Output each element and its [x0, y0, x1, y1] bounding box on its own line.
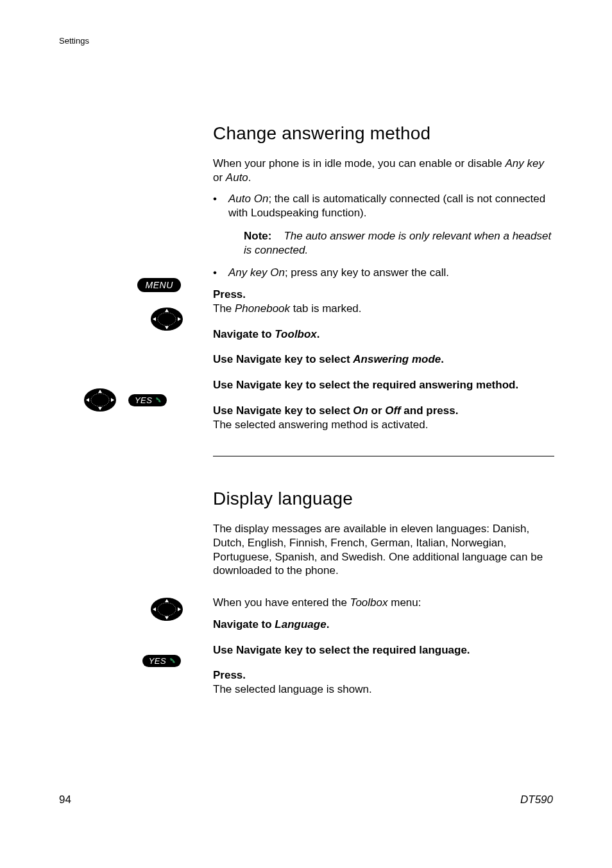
page-header-section: Settings — [59, 36, 89, 46]
step-title: Use Navigate key to select Answering mod… — [213, 352, 554, 367]
step-desc: The selected answering method is activat… — [213, 418, 554, 432]
model-label: DT590 — [520, 794, 553, 806]
step-title: Press. — [213, 288, 554, 302]
bullet-dot-icon: • — [213, 192, 228, 220]
text: or — [213, 171, 226, 184]
text: or — [368, 404, 385, 417]
text: and press. — [401, 404, 459, 417]
text: menu: — [388, 596, 421, 609]
note-block: Note: The auto answer mode is only relev… — [244, 229, 554, 257]
step-desc: The selected language is shown. — [213, 682, 554, 697]
text: When you have entered the — [213, 596, 350, 609]
text-em: Phonebook — [235, 302, 290, 315]
text: Use Navigate key to select — [213, 404, 353, 417]
text: . — [327, 618, 330, 630]
step-press-language: Press. The selected language is shown. — [213, 668, 554, 697]
text: Navigate to — [213, 328, 275, 340]
step-title: Use Navigate key to select On or Off and… — [213, 404, 554, 418]
page-number: 94 — [59, 794, 71, 806]
intro-paragraph: When your phone is in idle mode, you can… — [213, 157, 554, 185]
bullet-text: Any key On; press any key to answer the … — [228, 266, 554, 280]
step-select-answering-mode: Use Navigate key to select Answering mod… — [213, 352, 554, 367]
step-title: Use Navigate key to select the required … — [213, 643, 554, 657]
text-em: Auto On — [228, 193, 268, 205]
note-label: Note: — [244, 230, 271, 242]
text-em: Any key On — [228, 266, 285, 279]
step-select-required-language: Use Navigate key to select the required … — [213, 643, 554, 657]
note-text: The auto answer mode is only relevant wh… — [244, 230, 551, 256]
page-footer: 94 DT590 — [59, 794, 553, 806]
bullet-dot-icon: • — [213, 266, 228, 280]
text: . — [248, 171, 251, 184]
section-divider — [213, 456, 554, 456]
text-em: Answering mode — [353, 353, 441, 365]
heading-display-language: Display language — [213, 487, 554, 510]
heading-change-answering: Change answering method — [213, 122, 554, 145]
text-em: On — [353, 404, 368, 417]
bullet-text: Auto On; the call is automatically conne… — [228, 192, 554, 220]
page: Settings MENU — [0, 0, 612, 868]
text: ; press any key to answer the call. — [285, 266, 449, 279]
bullet-auto-on: • Auto On; the call is automatically con… — [213, 192, 554, 220]
text-em: Language — [275, 618, 326, 630]
text: Navigate to — [213, 618, 275, 630]
step-title: Navigate to Language. — [213, 618, 554, 632]
text: . — [441, 353, 444, 365]
intro-paragraph: The display messages are available in el… — [213, 522, 554, 578]
text: tab is marked. — [290, 302, 362, 315]
text: Use Navigate key to select — [213, 353, 353, 365]
step-navigate-language: Navigate to Language. — [213, 618, 554, 632]
step-navigate-toolbox: Navigate to Toolbox. — [213, 327, 554, 342]
step-select-required-method: Use Navigate key to select the required … — [213, 378, 554, 392]
text: When your phone is in idle mode, you can… — [213, 157, 506, 169]
step-desc: The Phonebook tab is marked. — [213, 302, 554, 316]
content-area: Change answering method When your phone … — [59, 122, 553, 708]
step-select-on-off: Use Navigate key to select On or Off and… — [213, 404, 554, 432]
step-title: Navigate to Toolbox. — [213, 327, 554, 342]
text-em: Any key — [506, 157, 544, 169]
step-press: Press. The Phonebook tab is marked. — [213, 288, 554, 316]
step-title: Press. — [213, 668, 554, 682]
step-title: Use Navigate key to select the required … — [213, 378, 554, 392]
text-em: Auto — [226, 171, 248, 184]
text: . — [317, 328, 320, 340]
text: ; the call is automatically connected (c… — [228, 193, 545, 219]
text: The — [213, 302, 235, 315]
text-em: Off — [385, 404, 400, 417]
text-em: Toolbox — [275, 328, 316, 340]
bullet-any-key-on: • Any key On; press any key to answer th… — [213, 266, 554, 280]
right-column: Change answering method When your phone … — [213, 122, 554, 697]
text-em: Toolbox — [350, 596, 388, 609]
pre-step-text: When you have entered the Toolbox menu: — [213, 596, 554, 610]
